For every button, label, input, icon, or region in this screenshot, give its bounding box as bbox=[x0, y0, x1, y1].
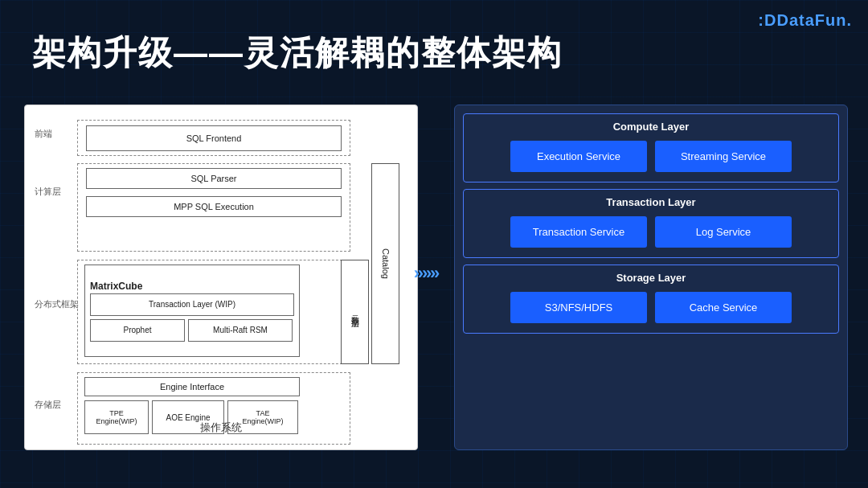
compute-label: 计算层 bbox=[35, 186, 61, 198]
transaction-layer-title: Transaction Layer bbox=[473, 196, 829, 208]
right-architecture-diagram: Compute Layer Execution Service Streamin… bbox=[454, 105, 848, 450]
streaming-service-button: Streaming Service bbox=[655, 141, 792, 172]
transaction-layer-box: Transaction Layer (WIP) bbox=[90, 293, 294, 316]
storage-layer-block: Storage Layer S3/NFS/HDFS Cache Service bbox=[463, 265, 839, 334]
engine-interface-box: Engine Interface bbox=[84, 377, 300, 396]
storage-service-row: S3/NFS/HDFS Cache Service bbox=[473, 292, 829, 323]
frontend-section: SQL Frontend bbox=[77, 120, 350, 156]
left-architecture-diagram: 前端 计算层 分布式框架 存储层 SQL Frontend SQL Parser… bbox=[24, 105, 418, 450]
logo-dot: . bbox=[846, 11, 852, 29]
page-title: 架构升级——灵活解耦的整体架构 bbox=[32, 31, 563, 76]
prophet-raft-row: Prophet Multi-Raft RSM bbox=[90, 319, 293, 342]
s3-nfs-hdfs-button: S3/NFS/HDFS bbox=[510, 292, 647, 323]
compute-section: SQL Parser MPP SQL Execution bbox=[77, 163, 350, 252]
mpp-sql-box: MPP SQL Execution bbox=[86, 196, 342, 217]
frontend-label: 前端 bbox=[35, 128, 52, 140]
compute-layer-title: Compute Layer bbox=[473, 121, 829, 133]
sql-parser-box: SQL Parser bbox=[86, 168, 342, 189]
compute-layer-block: Compute Layer Execution Service Streamin… bbox=[463, 113, 839, 182]
distributed-section: MatrixCube Transaction Layer (WIP) Proph… bbox=[77, 260, 350, 364]
transaction-service-row: Transaction Service Log Service bbox=[473, 216, 829, 248]
os-label: 操作系统 bbox=[200, 420, 242, 435]
logo: :DDataFun. bbox=[758, 11, 852, 30]
prophet-box: Prophet bbox=[90, 319, 185, 342]
log-service-button: Log Service bbox=[655, 216, 792, 248]
matrixcube-box: MatrixCube Transaction Layer (WIP) Proph… bbox=[84, 265, 300, 357]
engines-row: TPE Engine(WIP) AOE Engine TAE Engine(WI… bbox=[84, 400, 298, 434]
compute-service-row: Execution Service Streaming Service bbox=[473, 141, 829, 172]
multi-raft-box: Multi-Raft RSM bbox=[188, 319, 293, 342]
logo-accent: :D bbox=[758, 11, 776, 29]
cache-service-button: Cache Service bbox=[655, 292, 792, 323]
tpe-box: TPE Engine(WIP) bbox=[84, 400, 149, 434]
matrixcube-label: MatrixCube bbox=[90, 281, 142, 292]
left-diagram-inner: 前端 计算层 分布式框架 存储层 SQL Frontend SQL Parser… bbox=[33, 113, 409, 441]
arrow-area: »»» bbox=[402, 257, 450, 289]
transition-arrow: »»» bbox=[414, 263, 439, 284]
catalog-box: Catalog bbox=[371, 163, 399, 364]
metadata-box: 元数据层 bbox=[341, 260, 369, 364]
storage-label: 存储层 bbox=[35, 399, 61, 411]
execution-service-button: Execution Service bbox=[510, 141, 647, 172]
sql-frontend-box: SQL Frontend bbox=[86, 125, 342, 151]
transaction-service-button: Transaction Service bbox=[510, 216, 647, 248]
storage-layer-title: Storage Layer bbox=[473, 272, 829, 284]
distributed-label: 分布式框架 bbox=[35, 298, 79, 310]
transaction-layer-block: Transaction Layer Transaction Service Lo… bbox=[463, 189, 839, 258]
